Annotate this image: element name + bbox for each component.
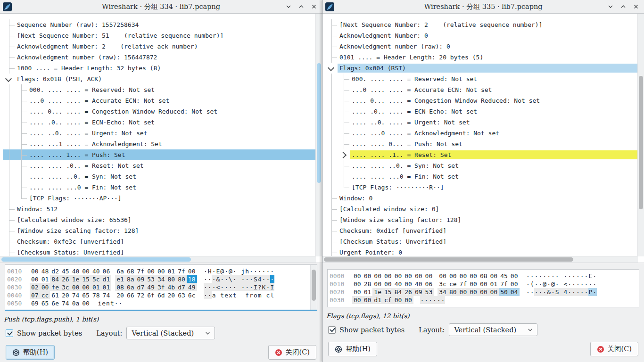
hex-byte[interactable]: 3c xyxy=(438,280,448,288)
maximize-icon[interactable] xyxy=(620,3,627,10)
tree-row[interactable]: 0101 .... = Header Length: 20 bytes (5) xyxy=(325,52,638,63)
hex-vertical-scrollbar-thumb[interactable] xyxy=(312,270,316,301)
hex-byte[interactable]: 20 xyxy=(115,291,125,299)
hex-byte[interactable]: 00 xyxy=(187,267,197,275)
hex-byte[interactable]: 00 xyxy=(352,288,363,296)
hex-byte[interactable]: 6e xyxy=(50,299,60,307)
tree-row[interactable]: [Window size scaling factor: 128] xyxy=(325,214,638,225)
hex-byte[interactable]: e1 xyxy=(115,275,125,283)
hex-byte[interactable]: 00 xyxy=(40,283,50,291)
tree-vertical-scrollbar[interactable] xyxy=(637,14,644,256)
hex-byte[interactable]: 00 xyxy=(438,272,448,280)
hex-byte[interactable]: 08 xyxy=(479,272,489,280)
hex-byte[interactable]: 01 xyxy=(40,275,50,283)
hex-byte[interactable]: 7f xyxy=(458,280,469,288)
tree-horizontal-scrollbar-thumb[interactable] xyxy=(1,257,191,262)
tree-row[interactable]: Flags: 0x004 (RST) xyxy=(325,63,638,74)
tree-row[interactable]: Checksum: 0xfe3c [unverified] xyxy=(3,236,316,247)
tree-row[interactable]: .... .... ...0 = Fin: Not set xyxy=(325,171,638,182)
hex-byte[interactable]: d1 xyxy=(372,296,383,304)
hex-byte[interactable]: 26 xyxy=(403,288,413,296)
hex-byte[interactable]: 53 xyxy=(146,275,156,283)
hex-byte[interactable]: 00 xyxy=(81,299,91,307)
tree-row[interactable]: Acknowledgment number (raw): 0 xyxy=(325,41,638,52)
show-packet-bytes-checkbox[interactable] xyxy=(6,329,13,337)
hex-byte[interactable]: 00 xyxy=(458,288,469,296)
tree-row[interactable]: 1000 .... = Header Length: 32 bytes (8) xyxy=(3,63,316,74)
hex-byte[interactable]: 00 xyxy=(30,267,40,275)
hex-byte[interactable]: 00 xyxy=(468,280,479,288)
hex-row[interactable]: 001000280000400040063cce7f0000017f00·(··… xyxy=(330,280,639,288)
hex-byte[interactable]: 69 xyxy=(30,299,40,307)
tree-horizontal-scrollbar-thumb[interactable] xyxy=(324,257,573,262)
hex-byte[interactable]: 09 xyxy=(136,275,146,283)
tree-row[interactable]: 000. .... .... = Reserved: Not set xyxy=(325,74,638,84)
hex-byte[interactable]: 00 xyxy=(489,272,499,280)
hex-byte[interactable]: 3f xyxy=(156,283,166,291)
hex-byte[interactable]: 40 xyxy=(71,267,81,275)
hex-byte[interactable]: 00 xyxy=(403,296,413,304)
hex-byte[interactable]: 00 xyxy=(352,272,363,280)
tree-row[interactable]: .... .... ..0. = Syn: Not set xyxy=(325,160,638,171)
titlebar[interactable]: Wireshark · 分组 335 · lib7.pcapng xyxy=(322,0,644,14)
tree-row[interactable]: 000. .... .... = Reserved: Not set xyxy=(3,84,316,95)
hex-byte[interactable]: 74 xyxy=(101,291,112,299)
minimize-icon[interactable] xyxy=(285,3,292,10)
tree-vertical-scrollbar[interactable] xyxy=(315,14,322,256)
tree-row[interactable]: [Checksum Status: Unverified] xyxy=(3,247,316,256)
packet-detail-tree[interactable]: [Next Sequence Number: 2 (relative seque… xyxy=(322,14,638,256)
hex-byte[interactable]: ce xyxy=(448,280,458,288)
hex-byte[interactable]: 00 xyxy=(383,272,393,280)
tree-row[interactable]: Sequence Number (raw): 1557258634 xyxy=(3,19,316,30)
hex-byte[interactable]: 00 xyxy=(30,275,40,283)
hex-byte[interactable]: d1 xyxy=(101,275,112,283)
hex-byte[interactable]: 78 xyxy=(91,291,101,299)
tree-horizontal-scrollbar[interactable] xyxy=(322,256,638,263)
packet-detail-tree[interactable]: Sequence Number (raw): 1557258634[Next S… xyxy=(0,14,316,256)
tree-row[interactable]: [Window size scaling factor: 128] xyxy=(3,225,316,236)
show-packet-bytes-checkbox[interactable] xyxy=(328,326,336,334)
hex-byte[interactable]: 08 xyxy=(115,283,125,291)
hex-byte[interactable]: 00 xyxy=(479,280,489,288)
tree-row[interactable]: [Calculated window size: 0] xyxy=(325,204,638,214)
hex-byte[interactable]: 6c xyxy=(187,291,197,299)
hex-byte[interactable]: 6f xyxy=(146,291,156,299)
hex-byte[interactable]: 09 xyxy=(413,288,424,296)
tree-row[interactable]: .... ...1 .... = Acknowledgment: Set xyxy=(3,139,316,149)
hex-byte[interactable]: 00 xyxy=(71,283,81,291)
tree-row[interactable]: .... .0.. .... = ECN-Echo: Not set xyxy=(3,117,316,128)
hex-byte[interactable]: 06 xyxy=(101,267,112,275)
tree-row[interactable]: .... 0... .... = Congestion Window Reduc… xyxy=(325,95,638,106)
hex-byte[interactable]: 80 xyxy=(448,288,458,296)
hex-row[interactable]: 0020000184261e155cd1e18a095334808018···&… xyxy=(7,275,317,283)
hex-byte[interactable]: 68 xyxy=(125,267,136,275)
tree-row[interactable]: ...0 .... .... = Accurate ECN: Not set xyxy=(3,95,316,106)
hex-byte[interactable]: 00 xyxy=(479,288,489,296)
tree-vertical-scrollbar-thumb[interactable] xyxy=(639,76,643,209)
hex-byte[interactable]: 01 xyxy=(363,288,373,296)
hex-row[interactable]: 004007cc6120746578742066726f6d20636c··a … xyxy=(7,291,317,299)
hex-byte[interactable]: 0a xyxy=(71,299,81,307)
hex-byte[interactable]: 00 xyxy=(468,288,479,296)
hex-row[interactable]: 00300000d1cf0000······ xyxy=(330,296,639,304)
tree-row[interactable]: .... ...0 .... = Acknowledgment: Not set xyxy=(325,128,638,139)
hex-byte[interactable]: 07 xyxy=(30,291,40,299)
hex-byte[interactable]: 00 xyxy=(81,267,91,275)
hex-byte[interactable]: 00 xyxy=(363,296,373,304)
hex-byte[interactable]: d2 xyxy=(50,267,60,275)
hex-byte[interactable]: 00 xyxy=(403,280,413,288)
hex-byte[interactable]: 65 xyxy=(40,299,50,307)
hex-byte[interactable]: 74 xyxy=(60,299,71,307)
hex-byte[interactable]: 61 xyxy=(50,291,60,299)
hex-byte[interactable]: 72 xyxy=(136,291,146,299)
tree-row[interactable]: Window: 512 xyxy=(3,204,316,214)
hex-byte[interactable]: 5c xyxy=(91,275,101,283)
show-packet-bytes-label[interactable]: Show packet bytes xyxy=(17,329,82,337)
close-icon[interactable] xyxy=(311,3,317,10)
hex-byte[interactable]: 00 xyxy=(146,267,156,275)
hex-byte[interactable]: d7 xyxy=(176,283,187,291)
hex-byte[interactable]: 00 xyxy=(509,272,520,280)
tree-row[interactable]: .... .... ...0 = Fin: Not set xyxy=(3,182,316,193)
close-button[interactable]: 关闭(C) xyxy=(590,342,638,356)
hex-byte[interactable]: 80 xyxy=(176,275,187,283)
